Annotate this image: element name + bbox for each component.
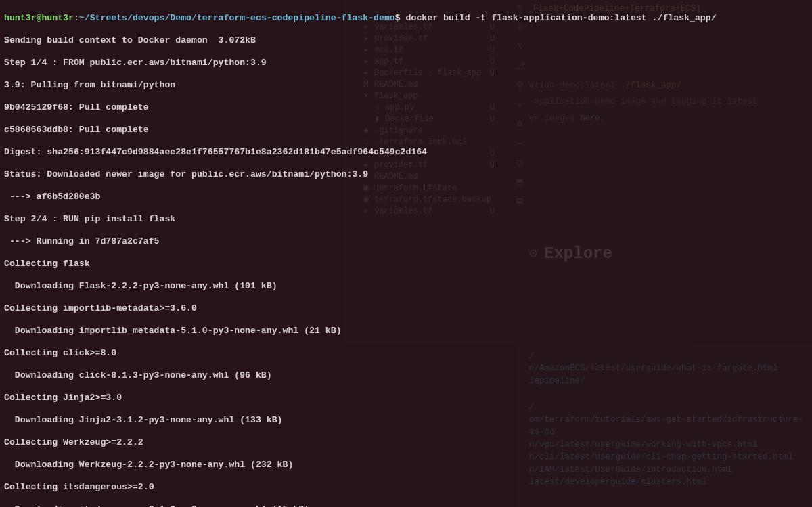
terminal-output-line: Collecting itsdangerous>=2.0 xyxy=(4,482,808,493)
terminal-output-line: Status: Downloaded newer image for publi… xyxy=(4,169,808,181)
terminal-output-line: Collecting Werkzeug>=2.2.2 xyxy=(4,437,808,449)
terminal-output-line: Downloading importlib_metadata-5.1.0-py3… xyxy=(4,326,808,337)
terminal-output-line: Downloading Werkzeug-2.2.2-py3-none-any.… xyxy=(4,460,808,471)
terminal-output-line: Collecting click>=8.0 xyxy=(4,348,808,359)
terminal-prompt-line: hunt3r@hunt3r:~/Streets/devops/Demo/terr… xyxy=(4,13,808,24)
terminal[interactable]: hunt3r@hunt3r:~/Streets/devops/Demo/terr… xyxy=(0,0,812,507)
terminal-output-line: Step 2/4 : RUN pip install flask xyxy=(4,214,808,225)
terminal-output-line: Digest: sha256:913f447c9d9884aee28e1f765… xyxy=(4,147,808,158)
terminal-output-line: Collecting importlib-metadata>=3.6.0 xyxy=(4,303,808,315)
terminal-output-line: c5868663ddb8: Pull complete xyxy=(4,125,808,136)
terminal-output-line: 9b0425129f68: Pull complete xyxy=(4,102,808,114)
terminal-output-line: Downloading click-8.1.3-py3-none-any.whl… xyxy=(4,370,808,382)
terminal-command: docker build -t flask-application-demo:l… xyxy=(406,13,717,23)
terminal-output-line: ---> Running in 7d787a2c7af5 xyxy=(4,236,808,248)
terminal-output-line: 3.9: Pulling from bitnami/python xyxy=(4,80,808,91)
prompt-path: ~/Streets/devops/Demo/terraform-ecs-code… xyxy=(79,13,395,23)
terminal-output-line: Downloading Flask-2.2.2-py3-none-any.whl… xyxy=(4,281,808,292)
terminal-output-line: Collecting flask xyxy=(4,259,808,270)
prompt-user: hunt3r@hunt3r xyxy=(4,13,74,23)
terminal-output-line: Downloading Jinja2-3.1.2-py3-none-any.wh… xyxy=(4,415,808,426)
terminal-output-line: Step 1/4 : FROM public.ecr.aws/bitnami/p… xyxy=(4,58,808,69)
terminal-output-line: Sending build context to Docker daemon 3… xyxy=(4,35,808,47)
terminal-output-line: ---> af6b5d280e3b xyxy=(4,192,808,203)
terminal-output-line: Downloading itsdangerous-2.1.2-py3-none-… xyxy=(4,504,808,508)
terminal-output-line: Collecting Jinja2>=3.0 xyxy=(4,393,808,404)
